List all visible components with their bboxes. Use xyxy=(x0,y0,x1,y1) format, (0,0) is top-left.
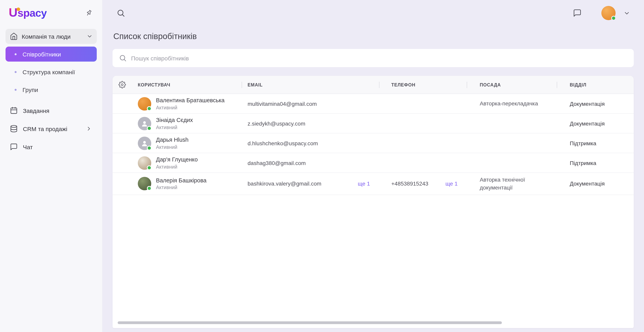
topbar xyxy=(103,0,644,26)
phone-more-link[interactable]: ще 1 xyxy=(442,180,458,187)
column-header[interactable]: ПОСАДА xyxy=(467,76,557,94)
table-settings-button[interactable] xyxy=(112,76,132,94)
employee-position: Авторка технічної документації xyxy=(467,173,557,194)
sidebar-item-company-and-people[interactable]: Компанія та люди xyxy=(6,29,97,44)
employee-department: Документація xyxy=(557,100,634,107)
email-more-link[interactable]: ще 1 xyxy=(354,180,370,187)
sidebar-item-groups[interactable]: Групи xyxy=(6,82,97,97)
employee-table-body: Валентина Браташевська Активний multivit… xyxy=(112,94,634,195)
page-title: Список співробітників xyxy=(113,32,634,41)
user-cell: Валентина Браташевська Активний xyxy=(132,94,242,113)
table-row[interactable]: Дарья Hlush Активний d.hlushchenko@uspac… xyxy=(112,134,634,153)
employee-email: dashag380@gmail.com xyxy=(248,160,306,166)
sidebar-item-tasks[interactable]: Завдання xyxy=(6,103,97,118)
email-cell: z.siedykh@uspacy.com xyxy=(242,120,380,126)
messages-button[interactable] xyxy=(573,9,582,17)
database-icon xyxy=(10,125,18,133)
phone-cell: +48538915243 ще 1 xyxy=(380,180,467,187)
logo-letter: U xyxy=(9,6,18,19)
employee-status: Активний xyxy=(156,144,188,150)
avatar xyxy=(138,117,151,130)
global-search-button[interactable] xyxy=(116,9,125,17)
horizontal-scrollbar[interactable] xyxy=(118,321,502,324)
avatar xyxy=(138,97,151,110)
employee-status: Активний xyxy=(156,105,225,110)
user-cell: Дарья Hlush Активний xyxy=(132,134,242,152)
employee-status: Активний xyxy=(156,124,193,130)
chevron-down-icon xyxy=(86,33,93,40)
column-header[interactable]: КОРИСТУВАЧ xyxy=(132,76,242,94)
column-header[interactable]: ВІДДІЛ xyxy=(557,76,634,94)
pin-icon xyxy=(85,9,93,17)
sidebar-item-employees[interactable]: Співробітники xyxy=(6,46,97,62)
employee-department: Підтримка xyxy=(557,160,634,166)
online-status-dot xyxy=(147,165,152,170)
user-avatar[interactable] xyxy=(601,6,616,20)
employee-department: Документація xyxy=(557,180,634,187)
uspacy-logo: U spacy xyxy=(9,6,47,19)
avatar xyxy=(138,156,151,170)
email-cell: bashkirova.valery@gmail.com ще 1 xyxy=(242,180,380,187)
sidebar-item-chat[interactable]: Чат xyxy=(6,139,97,155)
sidebar-item-label: Завдання xyxy=(23,107,49,114)
search-icon xyxy=(116,9,125,17)
sidebar-item-label: Структура компанії xyxy=(22,68,75,75)
online-status-dot xyxy=(147,106,152,111)
avatar xyxy=(138,177,151,190)
pin-sidebar-button[interactable] xyxy=(83,7,94,18)
sidebar: U spacy xyxy=(0,0,103,332)
employee-email: multivitamina04@gmail.com xyxy=(248,100,317,107)
chevron-down-icon xyxy=(624,10,630,16)
employee-department: Документація xyxy=(557,120,634,126)
profile-menu-button[interactable] xyxy=(624,10,630,16)
employee-status: Активний xyxy=(156,164,198,170)
column-header[interactable]: EMAIL xyxy=(242,76,380,94)
main-area: Список співробітників xyxy=(103,0,644,332)
employee-search xyxy=(112,49,634,67)
email-cell: multivitamina04@gmail.com xyxy=(242,100,380,107)
sidebar-item-crm[interactable]: CRM та продажі xyxy=(6,121,97,136)
employee-name: Валерія Башкірова xyxy=(156,177,206,184)
user-cell: Валерія Башкірова Активний xyxy=(132,174,242,193)
home-icon xyxy=(10,32,18,40)
sidebar-item-label: Компанія та люди xyxy=(22,33,82,40)
employee-position xyxy=(467,160,557,166)
employee-email: d.hlushchenko@uspacy.com xyxy=(248,140,318,146)
table-row[interactable]: Дар'я Глущенко Активний dashag380@gmail.… xyxy=(112,153,634,173)
person-icon xyxy=(140,120,148,127)
sidebar-item-label: Групи xyxy=(22,86,38,93)
logo-word: spacy xyxy=(18,7,47,19)
message-bubble-icon xyxy=(573,9,582,17)
employee-position: Авторка-перекладачка xyxy=(467,97,557,110)
table-row[interactable]: Зінаіда Сєдих Активний z.siedykh@uspacy.… xyxy=(112,114,634,134)
chevron-right-icon xyxy=(86,126,92,132)
sidebar-item-label: Співробітники xyxy=(22,51,61,58)
search-input[interactable] xyxy=(131,55,628,62)
employee-name: Дарья Hlush xyxy=(156,136,188,144)
chat-icon xyxy=(10,143,18,151)
online-status-dot xyxy=(611,16,616,20)
employee-email: bashkirova.valery@gmail.com xyxy=(248,180,322,187)
online-status-dot xyxy=(147,186,152,191)
employee-phone: +48538915243 xyxy=(391,180,428,187)
online-status-dot xyxy=(147,146,152,150)
user-cell: Зінаіда Сєдих Активний xyxy=(132,114,242,133)
column-header[interactable]: ТЕЛЕФОН xyxy=(380,76,467,94)
employee-name: Валентина Браташевська xyxy=(156,97,225,104)
employee-position xyxy=(467,120,557,126)
email-cell: d.hlushchenko@uspacy.com xyxy=(242,140,380,146)
logo-dot xyxy=(16,8,20,11)
table-row[interactable]: Валерія Башкірова Активний bashkirova.va… xyxy=(112,173,634,195)
sidebar-item-company-structure[interactable]: Структура компанії xyxy=(6,64,97,79)
bullet-icon xyxy=(14,71,16,73)
table-row[interactable]: Валентина Браташевська Активний multivit… xyxy=(112,94,634,114)
person-icon xyxy=(140,139,148,147)
employee-department: Підтримка xyxy=(557,140,634,146)
sidebar-item-label: CRM та продажі xyxy=(23,125,67,132)
employee-name: Зінаіда Сєдих xyxy=(156,117,193,124)
calendar-icon xyxy=(10,106,18,114)
content: Список співробітників xyxy=(103,26,644,332)
bullet-icon xyxy=(14,89,16,90)
search-icon xyxy=(119,54,127,62)
avatar xyxy=(138,136,151,150)
